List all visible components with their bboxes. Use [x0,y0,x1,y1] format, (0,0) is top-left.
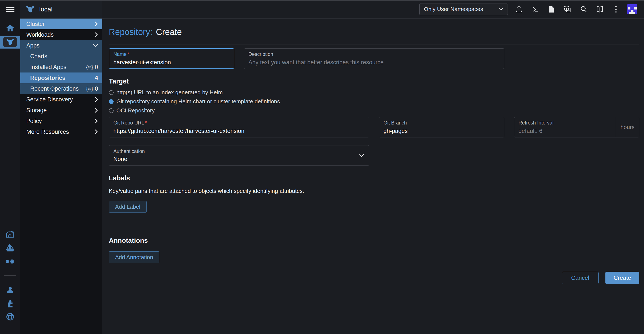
chevron-right-icon [94,97,98,102]
sidebar-item-service-discovery[interactable]: Service Discovery [20,94,102,105]
download-kubeconfig-button[interactable] [546,3,556,15]
home-button[interactable] [0,23,20,33]
docs-button[interactable] [595,3,604,15]
sidebar-item-label: Policy [26,118,42,125]
authentication-row: Authentication None [109,145,639,166]
chevron-right-icon [94,108,98,113]
sidebar-item-recent-operations[interactable]: Recent Operations {} 0 [20,83,102,94]
authentication-label: Authentication [113,148,365,154]
name-field-label: Name* [113,51,230,57]
namespace-filter-dropdown[interactable]: Only User Namespaces [420,3,508,15]
copy-kubeconfig-button[interactable] [563,3,572,15]
refresh-interval-input[interactable] [518,128,610,134]
sidebar-item-label: Recent Operations [30,86,79,92]
sidebar-item-charts[interactable]: Charts [20,51,102,62]
sidebar-item-more-resources[interactable]: More Resources [20,126,102,137]
sidebar-item-apps[interactable]: Apps [20,40,102,51]
sidebar-item-repositories[interactable]: Repositories 4 [20,73,102,83]
refresh-interval-label: Refresh Interval [518,120,610,126]
item-count: {} 0 [86,64,98,71]
name-input[interactable] [113,59,230,66]
sidebar-item-label: More Resources [26,129,69,135]
git-repo-url-input[interactable] [113,128,365,134]
page-title-resource: Repository: [109,27,152,37]
icon-rail [0,0,20,334]
sidebar-item-label: Service Discovery [26,96,73,103]
rail-divider [4,275,16,275]
global-settings-rail-button[interactable] [0,312,20,321]
extensions-rail-button[interactable] [0,299,20,308]
chevron-down-icon [498,8,503,11]
harvester-shortcut-button[interactable] [0,229,20,239]
menu-icon [6,6,14,13]
search-button[interactable] [579,3,588,15]
hive-shortcut-button[interactable] [0,257,20,266]
overflow-menu-button[interactable] [611,3,621,15]
namespace-filter-value: Only User Namespaces [424,6,483,13]
user-icon [6,285,15,294]
import-yaml-upload-icon [515,6,523,13]
sidebar-item-workloads[interactable]: Workloads [20,29,102,40]
fleet-shortcut-button[interactable] [0,243,20,252]
top-bar: Only User Namespaces [102,0,644,19]
fleet-sailboat-icon [6,243,15,252]
target-options: http(s) URL to an index generated by Hel… [109,89,639,114]
add-label-button[interactable]: Add Label [109,201,146,212]
sidebar-item-installed-apps[interactable]: Installed Apps {} 0 [20,62,102,73]
radio-label: OCI Repository [116,107,155,114]
sidebar-item-cluster[interactable]: Cluster [20,19,102,29]
git-repo-url-field: Git Repo URL* [109,117,369,137]
count-badge-icon: {} [86,86,93,92]
harvester-barn-icon [6,230,15,239]
radio-label: Git repository containing Helm chart or … [116,98,280,105]
authentication-value: None [113,156,365,162]
sidebar-item-policy[interactable]: Policy [20,116,102,126]
cluster-sidebar: local Cluster Workloads Apps Charts [20,0,102,334]
import-yaml-button[interactable] [514,3,524,15]
chevron-right-icon [94,32,98,37]
description-field: Description [244,48,504,69]
chevron-down-icon [359,154,364,157]
required-star: * [127,51,129,57]
cluster-explorer-button[interactable] [0,36,20,49]
main-menu-button[interactable] [0,5,20,14]
radio-unselected-icon [109,108,114,113]
description-input[interactable] [248,59,500,66]
sidebar-item-label: Apps [26,42,40,49]
user-rail-button[interactable] [0,285,20,294]
radio-http-index[interactable]: http(s) URL to an index generated by Hel… [109,89,639,96]
git-repo-url-label: Git Repo URL* [113,120,365,126]
sidebar-item-storage[interactable]: Storage [20,105,102,116]
radio-git-repository[interactable]: Git repository containing Helm chart or … [109,98,639,105]
add-annotation-button[interactable]: Add Annotation [109,251,159,263]
chevron-right-icon [94,118,98,124]
cancel-button[interactable]: Cancel [562,272,598,284]
page-title: Repository: Create [109,27,639,37]
kubectl-shell-button[interactable] [530,3,540,15]
sidebar-item-label: Storage [26,107,47,114]
git-branch-input[interactable] [384,128,500,134]
radio-selected-icon [109,99,114,104]
main-content: Repository: Create Name* Description Tar… [102,19,644,334]
user-avatar[interactable] [627,4,637,14]
rancher-app: local Cluster Workloads Apps Charts [0,0,644,334]
git-branch-field: Git Branch [379,117,504,137]
radio-oci-repository[interactable]: OCI Repository [109,107,639,114]
home-icon [6,23,15,33]
count-value: 0 [95,64,98,71]
authentication-select[interactable]: Authentication None [109,145,369,166]
window-top-strip [0,0,644,1]
kubeconfig-file-icon [548,6,555,13]
name-field: Name* [109,48,234,69]
sidebar-item-label: Installed Apps [30,64,66,71]
chevron-right-icon [94,129,98,134]
search-icon [580,6,587,13]
sidebar-header: local [20,0,102,19]
create-button[interactable]: Create [606,272,639,284]
title-divider [109,44,639,45]
sidebar-item-label: Workloads [26,32,54,38]
steer-cluster-icon [3,37,17,47]
kubectl-shell-terminal-icon [532,6,539,13]
sidebar-item-label: Repositories [30,75,66,81]
description-field-label: Description [248,51,500,57]
